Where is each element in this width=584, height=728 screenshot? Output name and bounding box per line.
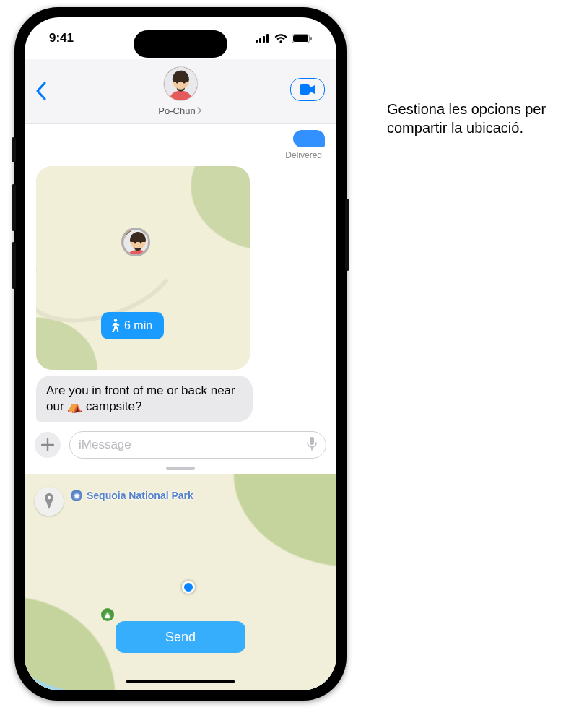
drop-pin-button[interactable] [35,487,64,516]
message-input[interactable]: iMessage [69,431,326,459]
svg-rect-2 [263,36,265,43]
current-location-dot [182,581,195,594]
park-poi-label[interactable]: ★ Sequoia National Park [71,490,193,501]
svg-point-10 [183,82,185,84]
location-contact-pin [121,228,150,256]
svg-rect-6 [310,37,312,40]
svg-rect-3 [266,34,269,43]
home-indicator[interactable] [126,680,235,683]
add-attachment-button[interactable] [35,432,61,458]
svg-rect-1 [259,38,261,43]
svg-rect-11 [300,84,310,95]
received-message-bubble[interactable]: Are you in front of me or back near our … [36,376,253,422]
tent-icon: ▲ [101,608,114,621]
svg-point-16 [114,318,117,321]
callout-text: Gestiona les opcions per compartir la ub… [387,100,567,137]
plus-icon [41,438,54,451]
conversation-area[interactable]: Delivered [25,124,336,690]
poi-star-icon: ★ [71,490,82,501]
delivered-status: Delivered [285,150,322,160]
park-name: Sequoia National Park [87,490,193,501]
camp-poi[interactable]: ▲ [101,608,114,621]
tent-emoji: ⛺ [67,399,82,413]
walking-eta-badge[interactable]: 6 min [101,312,164,339]
sent-message-bubble[interactable] [293,130,325,147]
dictation-icon[interactable] [307,436,317,454]
sheet-drag-handle[interactable] [166,467,195,470]
send-location-button[interactable]: Send [116,621,245,653]
message-input-row: iMessage [25,426,336,464]
power-button [345,199,349,271]
screen: 9:41 [25,17,336,690]
contact-avatar [163,66,198,101]
walking-icon [110,318,120,333]
battery-icon [292,34,312,43]
svg-point-9 [176,82,178,84]
back-button[interactable] [35,81,48,104]
video-icon [300,84,315,95]
svg-point-14 [134,242,136,244]
message-text-after: campsite? [82,399,141,413]
status-time: 9:41 [49,31,74,46]
svg-rect-5 [293,35,308,42]
contact-name-label: Po-Chun [158,105,195,116]
facetime-button[interactable] [290,78,325,101]
conversation-header: Po-Chun [25,59,336,124]
volume-up-button [12,184,16,231]
svg-point-19 [48,496,51,499]
map-picker-sheet[interactable]: ★ Sequoia National Park ▲ Send [25,474,336,690]
dynamic-island [134,30,227,58]
contact-info-button[interactable]: Po-Chun [158,66,202,117]
message-input-placeholder: iMessage [79,438,131,452]
walking-eta-label: 6 min [124,319,152,332]
send-label: Send [165,630,196,645]
volume-down-button [12,242,16,289]
svg-rect-17 [310,437,314,445]
shared-location-message[interactable]: 6 min [36,166,250,370]
iphone-device-frame: 9:41 [14,7,347,701]
silent-switch [12,137,16,162]
chevron-right-icon [197,105,203,116]
pin-icon [43,493,55,509]
svg-rect-0 [256,40,258,43]
svg-point-15 [140,242,142,244]
cellular-icon [256,34,270,43]
wifi-icon [274,34,287,43]
